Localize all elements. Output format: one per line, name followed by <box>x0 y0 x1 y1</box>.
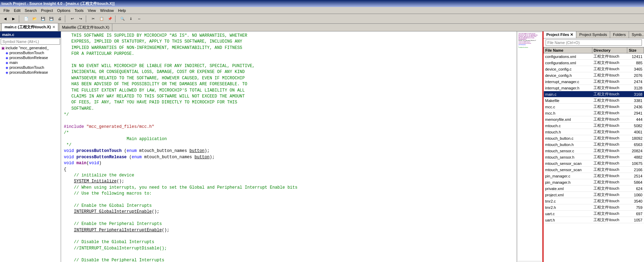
code-line <box>64 197 514 203</box>
file-name-cell: mtouch_sensor_scan <box>544 160 592 167</box>
menu-file[interactable]: File <box>1 8 12 13</box>
file-row[interactable]: mtouch_sensor.c 工程文件\touch 20824 <box>544 148 644 154</box>
tab-project-files[interactable]: Project Files ✕ <box>544 31 576 38</box>
toolbar: ◀ ▶ 📄 📂 💾 💾 🖨 ↩ ↪ ✂ 📋 📌 🔍 ⇓ ↔ <box>0 14 644 24</box>
file-row[interactable]: memoryfile.xml 工程文件\touch 444 <box>544 116 644 123</box>
new-button[interactable]: 📄 <box>22 15 30 22</box>
file-row[interactable]: mtouch_button.h 工程文件\touch 6563 <box>544 141 644 148</box>
file-row[interactable]: tmr2.c 工程文件\touch 3540 <box>544 198 644 204</box>
file-dir-cell: 工程文件\touch <box>592 179 627 185</box>
file-row[interactable]: pin_manager.c 工程文件\touch 2514 <box>544 173 644 179</box>
code-line: void main(void) <box>64 160 514 166</box>
save-button[interactable]: 💾 <box>39 15 47 22</box>
file-row[interactable]: mtouch_button.c 工程文件\touch 18092 <box>544 135 644 141</box>
file-size-cell: 697 <box>627 211 644 217</box>
file-size-cell: 2514 <box>627 173 644 179</box>
find-button[interactable]: 🔍 <box>119 15 126 22</box>
code-line: void processButtonTouch (enum mtouch_but… <box>64 148 514 154</box>
symbol-tree: ▣ include "mcc_generated_ ◈ processButto… <box>0 45 61 262</box>
code-line: IN NO EVENT WILL MICROCHIP BE LIABLE FOR… <box>64 63 514 69</box>
tree-item-processButtonRelease-2[interactable]: ◈ processButtonRelease <box>0 70 61 75</box>
file-size-cell: 5864 <box>627 179 644 185</box>
tree-item-processButtonRelease-1[interactable]: ◈ processButtonRelease <box>0 55 61 60</box>
file-row[interactable]: private.xml 工程文件\touch 624 <box>544 185 644 192</box>
col-directory[interactable]: Directory <box>592 48 627 53</box>
file-dir-cell: 工程文件\touch <box>592 160 627 167</box>
back-button[interactable]: ◀ <box>1 15 9 22</box>
file-row[interactable]: mcc.c 工程文件\touch 2436 <box>544 104 644 110</box>
col-filename[interactable]: File Name <box>544 48 592 53</box>
file-name-cell: memoryfile.xml <box>544 116 592 123</box>
menu-edit[interactable]: Edit <box>12 8 23 13</box>
menu-search[interactable]: Search <box>23 8 39 13</box>
file-row[interactable]: interrupt_manager.h 工程文件\touch 3128 <box>544 85 644 91</box>
toolbar-separator-1 <box>19 15 21 22</box>
copy-button[interactable]: 📋 <box>98 15 105 22</box>
tab-makefile[interactable]: Makefile (工程文件\touch.X) <box>59 23 113 31</box>
menu-tools[interactable]: Tools <box>73 8 86 13</box>
file-row[interactable]: device_config.c 工程文件\touch 3465 <box>544 66 644 72</box>
file-dir-cell: 工程文件\touch <box>592 204 627 211</box>
code-line: // When using interrupts, you need to se… <box>64 185 514 191</box>
tab-project-symbols[interactable]: Project Symbols <box>576 31 610 38</box>
paste-button[interactable]: 📌 <box>106 15 114 22</box>
menu-project[interactable]: Project <box>39 8 55 13</box>
file-dir-cell: 工程文件\touch <box>592 135 627 141</box>
file-row[interactable]: configurations.xml 工程文件\touch 885 <box>544 60 644 66</box>
tree-item-processButtonTouch-1[interactable]: ◈ processButtonTouch <box>0 50 61 55</box>
tab-symb[interactable]: Symb... <box>629 31 644 38</box>
file-row[interactable]: interrupt_manager.c 工程文件\touch 2474 <box>544 79 644 85</box>
file-search-input[interactable] <box>546 39 642 46</box>
file-row[interactable]: Makefile 工程文件\touch 3381 <box>544 97 644 104</box>
file-row[interactable]: main.c 工程文件\touch 3168 <box>544 91 644 97</box>
forward-button[interactable]: ▶ <box>10 15 17 22</box>
tree-item-processButtonTouch-2[interactable]: ◈ processButtonTouch <box>0 65 61 70</box>
code-line: CLAIMS IN ANY WAY RELATED TO THIS SOFTWA… <box>64 94 514 100</box>
file-size-cell: 1057 <box>627 217 644 223</box>
file-row[interactable]: uart.h 工程文件\touch 1057 <box>544 217 644 223</box>
file-row[interactable]: mtouch.c 工程文件\touch 5082 <box>544 123 644 129</box>
file-row[interactable]: device_config.h 工程文件\touch 2076 <box>544 72 644 79</box>
open-button[interactable]: 📂 <box>31 15 38 22</box>
print-button[interactable]: 🖨 <box>56 15 63 22</box>
file-row[interactable]: tmr2.h 工程文件\touch 759 <box>544 204 644 211</box>
redo-button[interactable]: ↪ <box>77 15 84 22</box>
replace-button[interactable]: ↔ <box>135 15 143 22</box>
menu-options[interactable]: Options <box>55 8 73 13</box>
cut-button[interactable]: ✂ <box>89 15 97 22</box>
symbol-name-input[interactable] <box>1 38 60 45</box>
menu-window[interactable]: Window <box>98 8 116 13</box>
menu-help[interactable]: Help <box>116 8 128 13</box>
code-line: // Enable the Global Interrupts <box>64 203 514 209</box>
func-icon-2: ◈ <box>6 56 8 60</box>
find-next-button[interactable]: ⇓ <box>127 15 135 22</box>
file-row[interactable]: mtouch.h 工程文件\touch 4061 <box>544 129 644 135</box>
file-row[interactable]: configurations.xml 工程文件\touch 12411 <box>544 53 644 60</box>
tab-main-c-close[interactable]: ✕ <box>52 25 55 29</box>
tree-item-main[interactable]: ◈ main <box>0 60 61 65</box>
file-size-cell: 2436 <box>627 104 644 110</box>
left-panel: main.c ▣ include "mcc_generated_ ◈ proce… <box>0 31 61 262</box>
file-size-cell: 3168 <box>627 91 644 97</box>
code-line: //INTERRUPT_GlobalInterruptDisable(); <box>64 246 514 252</box>
menu-view[interactable]: View <box>85 8 98 13</box>
file-row[interactable]: uart.c 工程文件\touch 697 <box>544 211 644 217</box>
file-row[interactable]: mtouch_sensor_scan 工程文件\touch 10675 <box>544 160 644 167</box>
tab-main-c[interactable]: main.c (工程文件\touch.X) ✕ <box>1 23 58 31</box>
undo-button[interactable]: ↩ <box>68 15 76 22</box>
file-row[interactable]: mtouch_sensor_scan 工程文件\touch 2166 <box>544 167 644 173</box>
tab-folders[interactable]: Folders <box>610 31 629 38</box>
file-row[interactable]: pin_manager.h 工程文件\touch 5864 <box>544 179 644 185</box>
file-row[interactable]: project.xml 工程文件\touch 1060 <box>544 192 644 198</box>
tree-item-include[interactable]: ▣ include "mcc_generated_ <box>0 45 61 50</box>
code-editor[interactable]: THIS SOFTWARE IS SUPPLIED BY MICROCHIP "… <box>61 31 517 262</box>
file-row[interactable]: mcc.h 工程文件\touch 2941 <box>544 110 644 116</box>
code-line: IMPLIED WARRANTIES OF NON-INFRINGEMENT, … <box>64 45 514 51</box>
save-all-button[interactable]: 💾 <box>47 15 55 22</box>
file-dir-cell: 工程文件\touch <box>592 123 627 129</box>
file-row[interactable]: mtouch_sensor.h 工程文件\touch 4882 <box>544 154 644 160</box>
file-dir-cell: 工程文件\touch <box>592 192 627 198</box>
col-size[interactable]: Size <box>627 48 644 53</box>
file-name-cell: mtouch.c <box>544 123 592 129</box>
code-line: // Use the following macros to: <box>64 191 514 197</box>
